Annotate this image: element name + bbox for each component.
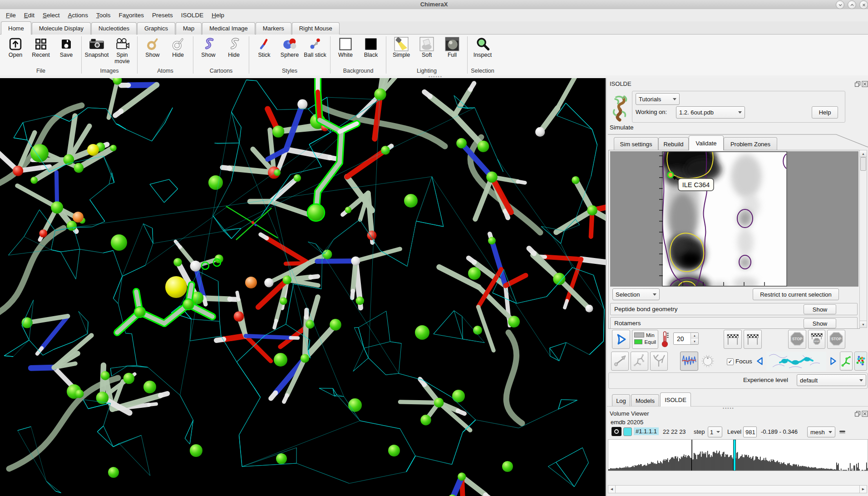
start-sim-button[interactable] xyxy=(612,330,630,349)
inspect-icon xyxy=(475,37,490,51)
tool-tab-log[interactable]: Log xyxy=(612,394,630,407)
experience-level-dropdown[interactable]: default xyxy=(797,374,866,386)
horizontal-scrollbar[interactable]: ◀ ▶ xyxy=(608,485,867,493)
atoms-show-button[interactable]: Show xyxy=(141,35,164,59)
scroll-down-icon[interactable]: ▼ xyxy=(860,321,867,327)
menu-help[interactable]: Help xyxy=(207,10,228,20)
collapse-row-icon[interactable] xyxy=(838,428,847,436)
menu-edit[interactable]: Edit xyxy=(20,10,39,20)
volume-viewer-splitter[interactable]: ••••• xyxy=(723,407,735,409)
ribbon-tab-markers[interactable]: Markers xyxy=(256,22,291,35)
stop-revert-checkpoint-button[interactable]: STOP xyxy=(808,330,825,349)
menu-actions[interactable]: Actions xyxy=(64,10,92,20)
scroll-right-icon[interactable]: ▶ xyxy=(859,486,867,493)
file-save-button[interactable]: Save xyxy=(54,35,78,59)
tab-sim-settings[interactable]: Sim settings xyxy=(614,137,658,150)
tug-selection-button[interactable] xyxy=(650,352,668,371)
step-down-icon[interactable]: ▼ xyxy=(691,339,698,345)
tab-problem-zones[interactable]: Problem Zones xyxy=(724,137,777,150)
tool-tab-isolde[interactable]: ISOLDE xyxy=(660,392,691,407)
scroll-up-icon[interactable]: ▲ xyxy=(860,150,867,157)
styles-ball-stick-button[interactable]: Ball stick xyxy=(303,35,327,59)
ribbon-tab-right-mouse[interactable]: Right Mouse xyxy=(292,22,340,35)
level-histogram[interactable] xyxy=(608,439,868,471)
stop-discard-button[interactable]: STOP xyxy=(827,330,845,349)
file-open-button[interactable]: Open xyxy=(4,35,27,59)
window-close-icon[interactable] xyxy=(859,0,868,9)
menu-presets[interactable]: Presets xyxy=(148,10,177,20)
trajectory-smoothing-button[interactable] xyxy=(680,352,698,371)
previous-residue-button[interactable] xyxy=(755,354,765,368)
tug-atom-button[interactable] xyxy=(611,352,629,371)
ribbon-tab-map[interactable]: Map xyxy=(176,22,202,35)
ramachandran-plot[interactable]: ILE C364 xyxy=(610,151,858,287)
menu-select[interactable]: Select xyxy=(39,10,64,20)
file-recent-button[interactable]: Recent xyxy=(29,35,53,59)
tab-rebuild[interactable]: Rebuild xyxy=(658,137,689,150)
scrollbar-thumb[interactable] xyxy=(860,157,866,171)
panel-float-icon[interactable] xyxy=(854,81,861,87)
scroll-left-icon[interactable]: ◀ xyxy=(608,486,616,493)
images-snapshot-button[interactable]: Snapshot xyxy=(85,35,108,59)
show-button[interactable]: Show xyxy=(804,318,836,328)
level-input[interactable]: 981 xyxy=(743,427,757,437)
window-maximize-icon[interactable] xyxy=(848,0,856,9)
chevron-down-icon xyxy=(829,431,832,433)
background-black-button[interactable]: Black xyxy=(359,35,383,59)
volume-model-id[interactable]: #1.1.1.1 xyxy=(634,427,659,435)
panel-close-icon[interactable] xyxy=(862,411,868,417)
lighting-soft-button[interactable]: Soft xyxy=(415,35,439,59)
images-spin-movie-button[interactable]: Spin movie xyxy=(110,35,134,65)
ribbon-tab-nucleotides[interactable]: Nucleotides xyxy=(91,22,137,35)
background-white-button[interactable]: White xyxy=(334,35,357,59)
selection-inspect-button[interactable]: Inspect xyxy=(471,35,494,59)
ribbon-tab-home[interactable]: Home xyxy=(1,21,31,35)
menu-favorites[interactable]: Favorites xyxy=(114,10,148,20)
volume-color-swatch[interactable] xyxy=(623,427,632,436)
display-eye-button[interactable] xyxy=(612,427,621,436)
show-button[interactable]: Show xyxy=(804,304,836,314)
tab-validate[interactable]: Validate xyxy=(689,135,724,150)
step-dropdown[interactable]: 1 xyxy=(708,427,722,437)
temperature-stepper[interactable]: 20 ▲▼ xyxy=(673,332,699,345)
ribbon-tab-graphics[interactable]: Graphics xyxy=(137,22,175,35)
style-dropdown[interactable]: mesh xyxy=(807,427,835,437)
validate-scrollbar[interactable]: ▲ ▼ xyxy=(859,150,867,328)
ribbon-tab-molecule-display[interactable]: Molecule Display xyxy=(32,22,91,35)
show-selection-button[interactable] xyxy=(840,352,853,371)
focus-checkbox[interactable]: ✓ xyxy=(727,358,734,365)
lighting-simple-button[interactable]: Simple xyxy=(390,35,413,59)
checkpoint-save-button[interactable] xyxy=(724,330,742,349)
tug-residue-button[interactable] xyxy=(631,352,648,371)
lighting-full-button[interactable]: Full xyxy=(440,35,464,59)
menu-tools[interactable]: Tools xyxy=(92,10,115,20)
stop-keep-button[interactable]: STOP xyxy=(788,330,806,349)
cartoons-show-button[interactable]: Show xyxy=(197,35,220,59)
bg-white-icon xyxy=(338,37,353,51)
styles-sphere-button[interactable]: Sphere xyxy=(278,35,301,59)
cartoons-hide-button[interactable]: Hide xyxy=(222,35,246,59)
panel-close-icon[interactable] xyxy=(862,81,868,87)
next-residue-button[interactable] xyxy=(828,354,838,368)
help-button[interactable]: Help xyxy=(812,106,838,119)
isolde-panel: ISOLDE Tutorials Working on: 1.2. 6out.p… xyxy=(607,78,868,496)
menu-file[interactable]: File xyxy=(2,10,20,20)
atoms-hide-button[interactable]: Hide xyxy=(166,35,190,59)
panel-float-icon[interactable] xyxy=(854,411,861,417)
restrict-selection-button[interactable]: Restrict to current selection xyxy=(753,288,839,300)
ribbon-tab-medical-image[interactable]: Medical Image xyxy=(202,22,255,35)
viewport-3d[interactable] xyxy=(0,78,606,496)
checkpoint-revert-button[interactable] xyxy=(744,330,762,349)
rama-case-dropdown[interactable]: Selection xyxy=(612,288,660,300)
menu-isolde[interactable]: ISOLDE xyxy=(177,10,208,20)
show-all-button[interactable] xyxy=(854,352,867,371)
styles-stick-button[interactable]: Stick xyxy=(252,35,276,59)
step-up-icon[interactable]: ▲ xyxy=(691,333,698,339)
smoothing-knob[interactable] xyxy=(700,353,715,370)
tool-tab-models[interactable]: Models xyxy=(631,394,659,407)
window-minimize-icon[interactable] xyxy=(836,0,844,9)
open-icon xyxy=(9,37,22,51)
working-on-dropdown[interactable]: 1.2. 6out.pdb xyxy=(676,106,745,119)
atoms-hide-icon xyxy=(171,37,185,51)
tutorials-dropdown[interactable]: Tutorials xyxy=(636,93,680,105)
